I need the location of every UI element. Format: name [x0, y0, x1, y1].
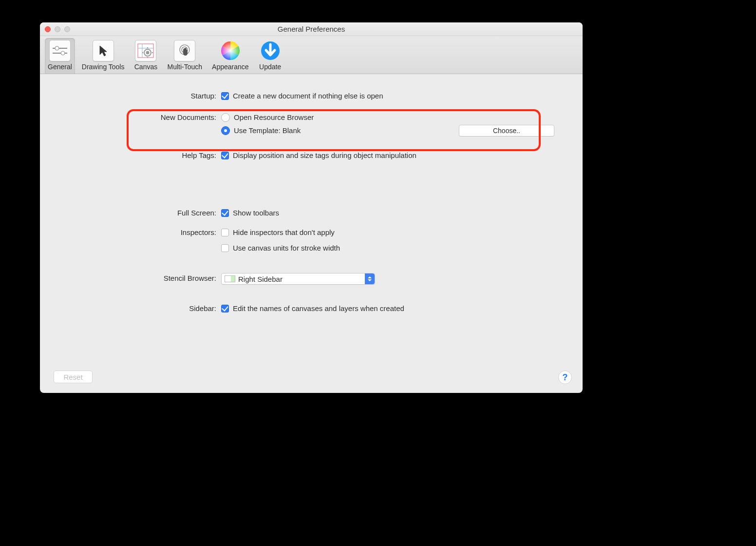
row-help-tags: Help Tags: Display position and size tag…	[40, 150, 583, 161]
full-screen-toolbars-checkbox[interactable]	[221, 209, 229, 217]
preferences-toolbar: General Drawing Tools Canvas	[40, 36, 583, 74]
row-inspectors: Inspectors: Hide inspectors that don't a…	[40, 227, 583, 254]
row-sidebar: Sidebar: Edit the names of canvases and …	[40, 303, 583, 314]
sliders-icon	[49, 40, 71, 61]
svg-point-8	[146, 51, 150, 55]
row-startup: Startup: Create a new document if nothin…	[40, 91, 583, 101]
sidebar-position-icon	[225, 275, 235, 282]
svg-point-1	[55, 46, 59, 50]
full-screen-label: Full Screen:	[40, 208, 221, 218]
content-area: Startup: Create a new document if nothin…	[40, 74, 583, 393]
help-tags-label: Help Tags:	[40, 150, 221, 161]
tab-label: Appearance	[212, 63, 249, 71]
new-documents-label: New Documents:	[40, 112, 221, 123]
checkbox-label: Display position and size tags during ob…	[233, 150, 416, 161]
window-controls	[40, 26, 70, 32]
minimize-window-button	[55, 26, 60, 32]
tab-label: Multi-Touch	[167, 63, 202, 71]
tab-general[interactable]: General	[45, 38, 75, 74]
stencil-label: Stencil Browser:	[40, 273, 221, 284]
stencil-browser-select[interactable]: Right Sidebar	[221, 273, 375, 285]
select-value: Right Sidebar	[238, 275, 283, 283]
radio-label: Use Template: Blank	[234, 125, 301, 136]
row-full-screen: Full Screen: Show toolbars	[40, 208, 583, 218]
svg-point-11	[221, 41, 240, 60]
use-template-radio[interactable]	[221, 126, 230, 135]
tab-canvas[interactable]: Canvas	[131, 38, 160, 74]
canvas-units-stroke-checkbox[interactable]	[221, 244, 229, 252]
titlebar: General Preferences	[40, 22, 583, 36]
checkbox-label: Use canvas units for stroke width	[233, 243, 340, 254]
svg-point-3	[61, 51, 65, 55]
inspectors-label: Inspectors:	[40, 227, 221, 238]
tab-drawing-tools[interactable]: Drawing Tools	[79, 38, 128, 74]
tab-label: Canvas	[134, 63, 157, 71]
close-window-button[interactable]	[45, 26, 51, 32]
select-arrows-icon	[365, 273, 375, 284]
tab-label: General	[48, 63, 72, 71]
preferences-window: General Preferences General Drawing Tool…	[40, 22, 583, 393]
tab-appearance[interactable]: Appearance	[209, 38, 252, 74]
tab-label: Update	[259, 63, 281, 71]
reset-button[interactable]: Reset	[54, 370, 93, 383]
startup-checkbox-label: Create a new document if nothing else is…	[233, 91, 383, 101]
checkbox-label: Hide inspectors that don't apply	[233, 227, 335, 238]
radio-label: Open Resource Browser	[234, 112, 314, 123]
tab-multi-touch[interactable]: Multi-Touch	[164, 38, 205, 74]
open-resource-browser-radio[interactable]	[221, 113, 230, 122]
choose-template-button[interactable]: Choose..	[459, 125, 554, 136]
touch-icon	[174, 40, 195, 61]
row-new-documents: New Documents: Open Resource Browser Use…	[40, 112, 583, 136]
sidebar-label: Sidebar:	[40, 303, 221, 314]
row-stencil-browser: Stencil Browser: Right Sidebar	[40, 273, 583, 285]
sidebar-edit-names-checkbox[interactable]	[221, 305, 229, 312]
help-tags-checkbox[interactable]	[221, 152, 229, 159]
checkbox-label: Show toolbars	[233, 208, 279, 218]
checkbox-label: Edit the names of canvases and layers wh…	[233, 303, 404, 314]
download-arrow-icon	[260, 40, 281, 61]
color-wheel-icon	[220, 40, 241, 61]
hide-inspectors-checkbox[interactable]	[221, 229, 229, 236]
tab-update[interactable]: Update	[256, 38, 285, 74]
pointer-icon	[93, 40, 114, 61]
window-title: General Preferences	[40, 25, 583, 33]
canvas-icon	[135, 40, 156, 61]
startup-create-doc-checkbox[interactable]	[221, 92, 229, 100]
help-button[interactable]: ?	[558, 370, 572, 384]
startup-label: Startup:	[40, 91, 221, 101]
tab-label: Drawing Tools	[82, 63, 125, 71]
zoom-window-button	[64, 26, 70, 32]
